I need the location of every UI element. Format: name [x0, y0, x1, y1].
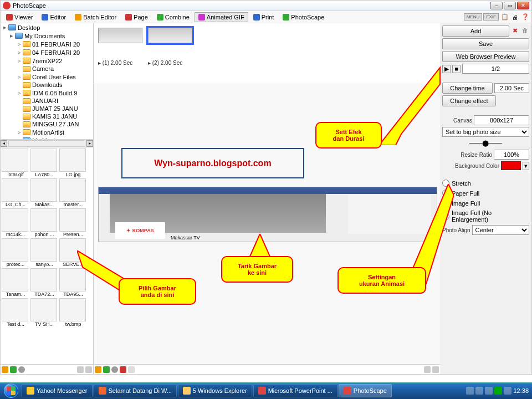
system-tray[interactable]: 12:38: [466, 387, 531, 395]
canvas-area[interactable]: Wyn-suparno.blogspot.com ✦ KOMPAS Makass…: [94, 84, 440, 364]
thumbnail[interactable]: pohon ...: [30, 208, 58, 237]
taskbar-item[interactable]: Selamat Datang Di W...: [94, 384, 177, 397]
play-icon[interactable]: ▶: [442, 65, 451, 73]
photo-align-select[interactable]: Center: [472, 225, 529, 235]
tree-node[interactable]: ▸My Documents: [1, 32, 93, 40]
radio-stretch[interactable]: Stretch: [442, 179, 529, 187]
tree-node[interactable]: ▹MotionArtist: [1, 128, 93, 136]
thumbnail[interactable]: LA780...: [30, 149, 58, 177]
fit-select[interactable]: Set to big photo size: [442, 127, 529, 137]
thumbnail[interactable]: latar.gif: [2, 149, 29, 177]
tree-node[interactable]: Downloads: [1, 81, 93, 89]
time-value: 2.00 Sec: [494, 83, 529, 93]
clock[interactable]: 12:38: [513, 387, 529, 394]
radio-paper-full[interactable]: Paper Full: [442, 189, 529, 197]
tab-combine[interactable]: Combine: [153, 12, 193, 22]
thumbnail[interactable]: LG_Ch...: [2, 178, 29, 207]
status-icon[interactable]: [77, 366, 84, 373]
web-preview-button[interactable]: Web Browser Preview: [442, 51, 529, 62]
move-right-icon[interactable]: [432, 366, 439, 373]
change-time-button[interactable]: Change time: [442, 83, 493, 94]
save-button[interactable]: Save: [442, 38, 529, 49]
bg-color-picker[interactable]: [501, 161, 521, 170]
refresh-icon[interactable]: [18, 366, 25, 373]
tab-batch-editor[interactable]: Batch Editor: [71, 12, 120, 22]
thumbnail[interactable]: Test d...: [2, 298, 29, 327]
stop-icon[interactable]: ■: [452, 65, 461, 73]
frame-thumb[interactable]: [148, 28, 192, 43]
thumbnail[interactable]: Makas...: [30, 178, 58, 207]
thumbnail[interactable]: protec...: [2, 238, 29, 267]
tree-node[interactable]: ▹Corel User Files: [1, 73, 93, 81]
toolbar-icon[interactable]: 🖨: [512, 14, 518, 21]
toolbar-icon[interactable]: ❓: [521, 13, 529, 21]
tab-page[interactable]: Page: [121, 12, 152, 22]
thumbnail[interactable]: TDA95...: [59, 268, 87, 297]
thumbnail[interactable]: master...: [59, 178, 87, 207]
tree-node[interactable]: MINGGU 27 JAN: [1, 120, 93, 128]
tray-icon[interactable]: [466, 387, 474, 395]
tray-icon[interactable]: [504, 387, 511, 395]
status-icon[interactable]: [2, 366, 8, 373]
tree-node[interactable]: ▹IDM 6.08 Build 9: [1, 89, 93, 97]
thumbnail[interactable]: TV SH...: [30, 298, 58, 327]
tree-node[interactable]: ▹01 FEBRUARI 20: [1, 40, 93, 48]
tray-icon[interactable]: [485, 387, 493, 395]
tab-print[interactable]: Print: [249, 12, 278, 22]
status-icon[interactable]: [95, 366, 101, 373]
tray-icon[interactable]: [494, 387, 502, 395]
taskbar-item[interactable]: Microsoft PowerPoint ...: [253, 384, 337, 397]
thumbnail[interactable]: tw.bmp: [59, 298, 87, 327]
tree-node[interactable]: KAMIS 31 JANU: [1, 112, 93, 120]
change-effect-button[interactable]: Change effect: [442, 95, 496, 106]
add-button[interactable]: Add: [442, 25, 509, 37]
taskbar-item[interactable]: PhotoScape: [339, 384, 392, 397]
refresh-icon[interactable]: [111, 366, 118, 373]
frame-thumb[interactable]: [98, 28, 142, 43]
tab-photoscape[interactable]: PhotoScape: [279, 12, 328, 22]
tree-node[interactable]: ▹7remiXP22: [1, 57, 93, 65]
tree-scrollbar[interactable]: ◂▸: [1, 140, 93, 147]
tab-editor[interactable]: Editor: [38, 12, 70, 22]
tree-node[interactable]: JUMAT 25 JANU: [1, 105, 93, 112]
thumbnail-grid[interactable]: latar.gifLA780...LG.jpgLG_Ch...Makas...m…: [1, 147, 93, 364]
close-button[interactable]: ✕: [517, 2, 529, 9]
taskbar-item[interactable]: Yahoo! Messenger: [22, 384, 93, 397]
thumbnail[interactable]: TDA72...: [30, 268, 58, 297]
tree-node[interactable]: Camera: [1, 65, 93, 73]
delete-frame-icon[interactable]: [120, 366, 126, 373]
minimize-button[interactable]: –: [490, 2, 503, 9]
toolbar-menu[interactable]: MENU: [464, 13, 483, 21]
tab-animated-gif[interactable]: Animated GIF: [195, 12, 248, 22]
right-panel: Add ✖ 🗑 Save Web Browser Preview ▶ ■ 1/2…: [440, 23, 531, 374]
maximize-button[interactable]: ▭: [504, 2, 516, 9]
trash-icon[interactable]: 🗑: [521, 27, 529, 35]
thumbnail[interactable]: sanyo...: [30, 238, 58, 267]
status-icon[interactable]: [85, 366, 92, 373]
status-icon[interactable]: [128, 366, 135, 373]
thumbnail[interactable]: Tanam...: [2, 268, 29, 297]
tree-node[interactable]: JANUARI: [1, 97, 93, 105]
toolbar-icon[interactable]: 📋: [501, 13, 509, 21]
tab-viewer[interactable]: Viewer: [2, 12, 37, 22]
thumbnail[interactable]: Presen...: [59, 208, 87, 237]
tree-node[interactable]: ▸Desktop: [1, 23, 93, 32]
tray-icon[interactable]: [475, 387, 483, 395]
tree-node[interactable]: ▹04 FEBRUARI 20: [1, 48, 93, 57]
thumbnail[interactable]: SERVE...: [59, 238, 87, 267]
delete-icon[interactable]: ✖: [511, 27, 519, 35]
radio-image-full-no-enlarge[interactable]: Image Full (No Enlargement): [442, 209, 529, 223]
toolbar-exif[interactable]: EXIF: [483, 13, 499, 21]
move-left-icon[interactable]: [424, 366, 431, 373]
status-icon[interactable]: [103, 366, 110, 373]
dropdown-icon[interactable]: ▾: [523, 162, 529, 170]
thumbnail[interactable]: mc14k...: [2, 208, 29, 237]
size-slider[interactable]: ───⬤───: [442, 139, 529, 148]
taskbar-item[interactable]: 5 Windows Explorer: [178, 384, 252, 397]
folder-tree[interactable]: ▸Desktop▸My Documents▹01 FEBRUARI 20▹04 …: [1, 23, 93, 140]
start-button[interactable]: [1, 382, 21, 399]
window-title: PhotoScape: [13, 2, 490, 9]
radio-image-full[interactable]: Image Full: [442, 199, 529, 207]
thumbnail[interactable]: LG.jpg: [59, 149, 87, 177]
status-icon[interactable]: [10, 366, 17, 373]
